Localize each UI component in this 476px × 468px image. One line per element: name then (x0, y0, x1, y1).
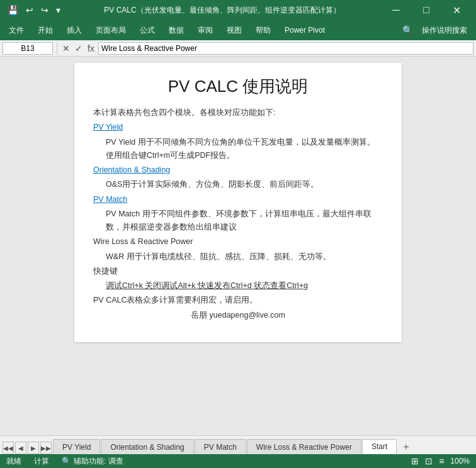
normal-view-button[interactable]: ⊞ (411, 456, 419, 466)
intro-text: 本计算表格共包含四个模块。各模块对应功能如下: (93, 106, 383, 120)
customize-qa-button[interactable]: ▾ (54, 4, 63, 16)
spreadsheet-area: PV CALC 使用说明 本计算表格共包含四个模块。各模块对应功能如下: PV … (0, 57, 476, 435)
accessibility-status[interactable]: 🔍 辅助功能: 调查 (62, 456, 123, 467)
menu-view[interactable]: 视图 (220, 23, 248, 38)
footer-note: PV CALC表格众多计算需要利用宏，请启用。 (93, 294, 383, 307)
tab-nav-prev[interactable]: ◀ (15, 442, 26, 454)
sheet-container: PV CALC 使用说明 本计算表格共包含四个模块。各模块对应功能如下: PV … (0, 57, 476, 435)
formula-divider (57, 42, 57, 55)
save-button[interactable]: 💾 (5, 4, 21, 16)
redo-button[interactable]: ↪ (38, 4, 51, 16)
page-break-view-button[interactable]: ≡ (439, 456, 444, 466)
tab-pv-yield[interactable]: PV Yield (53, 439, 100, 454)
menu-power-pivot[interactable]: Power Pivot (278, 23, 331, 37)
tab-nav-last[interactable]: ▶▶ (40, 442, 52, 454)
page-layout-view-button[interactable]: ⊡ (425, 456, 433, 466)
menu-review[interactable]: 审阅 (191, 23, 219, 38)
status-bar: 就绪 计算 🔍 辅助功能: 调查 ⊞ ⊡ ≡ 100% (0, 454, 476, 468)
menu-file[interactable]: 文件 (3, 23, 30, 38)
menu-data[interactable]: 数据 (162, 23, 190, 38)
tab-nav-first[interactable]: ◀◀ (3, 442, 14, 454)
insert-function-icon[interactable]: fx (86, 43, 96, 53)
status-right: ⊞ ⊡ ≡ 100% (411, 456, 470, 466)
add-sheet-button[interactable]: ＋ (399, 439, 414, 454)
menu-insert[interactable]: 插入 (60, 23, 88, 38)
sheet-tabs-area: ◀◀ ◀ ▶ ▶▶ PV Yield Orientation & Shading… (0, 435, 476, 454)
orientation-shading-link[interactable]: Orientation & Shading (93, 165, 170, 174)
formula-input[interactable] (98, 42, 473, 55)
pv-match-desc: PV Match 用于不同组件参数、环境参数下，计算组串电压，最大组件串联数，并… (93, 208, 383, 235)
formula-icons: ✕ ✓ fx (61, 43, 96, 53)
search-icon: 🔍 (402, 25, 413, 35)
wire-loss-desc: W&R 用于计算电缆线径、阻抗、感抗、压降、损耗、无功等。 (93, 250, 383, 264)
title-bar: 💾 ↩ ↪ ▾ PV CALC（光伏发电量、最佳倾角、阵列间距、组件逆变器匹配计… (0, 0, 476, 20)
wire-loss-heading: Wire Loss & Reactive Power (93, 235, 383, 248)
footer-contact: 岳朋 yuedapeng@live.com (93, 309, 383, 322)
zoom-level: 100% (450, 457, 470, 465)
window-title: PV CALC（光伏发电量、最佳倾角、阵列间距、组件逆变器匹配计算） (67, 5, 378, 16)
maximize-button[interactable]: □ (412, 0, 441, 20)
menu-help[interactable]: 帮助 (249, 23, 277, 38)
status-ready: 就绪 (6, 456, 21, 467)
tab-start[interactable]: Start (362, 439, 397, 454)
cancel-formula-icon[interactable]: ✕ (61, 43, 71, 53)
sheet-content: PV CALC 使用说明 本计算表格共包含四个模块。各模块对应功能如下: PV … (74, 63, 402, 342)
confirm-formula-icon[interactable]: ✓ (74, 43, 84, 53)
menu-page-layout[interactable]: 页面布局 (89, 23, 132, 38)
doc-body: 本计算表格共包含四个模块。各模块对应功能如下: PV Yield PV Yiel… (93, 106, 383, 322)
pv-yield-link[interactable]: PV Yield (93, 123, 123, 131)
menu-search[interactable]: 操作说明搜索 (416, 23, 473, 38)
pv-yield-desc: PV Yield 用于不同倾角不同方位角的单位千瓦发电量，以及发量概率测算。使用… (93, 136, 383, 163)
doc-title: PV CALC 使用说明 (93, 75, 383, 98)
tab-wire-loss[interactable]: Wire Loss & Reactive Power (247, 439, 361, 454)
pv-match-link[interactable]: PV Match (93, 195, 127, 204)
status-calc: 计算 (34, 456, 49, 467)
menu-home[interactable]: 开始 (31, 23, 59, 38)
minimize-button[interactable]: ─ (382, 0, 411, 20)
tab-pv-match[interactable]: PV Match (195, 439, 246, 454)
orientation-shading-desc: O&S用于计算实际倾角、方位角、阴影长度、前后间距等。 (93, 178, 383, 191)
undo-button[interactable]: ↩ (23, 4, 36, 16)
shortcuts-content: 调试Ctrl+k 关闭调试Alt+k 快速发布Ctrl+d 状态查看Ctrl+g (93, 279, 383, 292)
close-button[interactable]: ✕ (442, 0, 471, 20)
accessibility-text: 辅助功能: 调查 (74, 456, 123, 467)
tab-nav-next[interactable]: ▶ (28, 442, 39, 454)
ribbon-menu: 文件 开始 插入 页面布局 公式 数据 审阅 视图 帮助 Power Pivot… (0, 20, 476, 40)
quick-access-toolbar[interactable]: 💾 ↩ ↪ ▾ (5, 4, 63, 16)
menu-formulas[interactable]: 公式 (133, 23, 161, 38)
formula-bar: ✕ ✓ fx (0, 40, 476, 57)
window-controls[interactable]: ─ □ ✕ (382, 0, 471, 20)
cell-reference-input[interactable] (3, 42, 53, 55)
tab-orientation-shading[interactable]: Orientation & Shading (101, 439, 193, 454)
shortcuts-label: 快捷键 (93, 265, 383, 278)
accessibility-icon: 🔍 (62, 457, 71, 465)
